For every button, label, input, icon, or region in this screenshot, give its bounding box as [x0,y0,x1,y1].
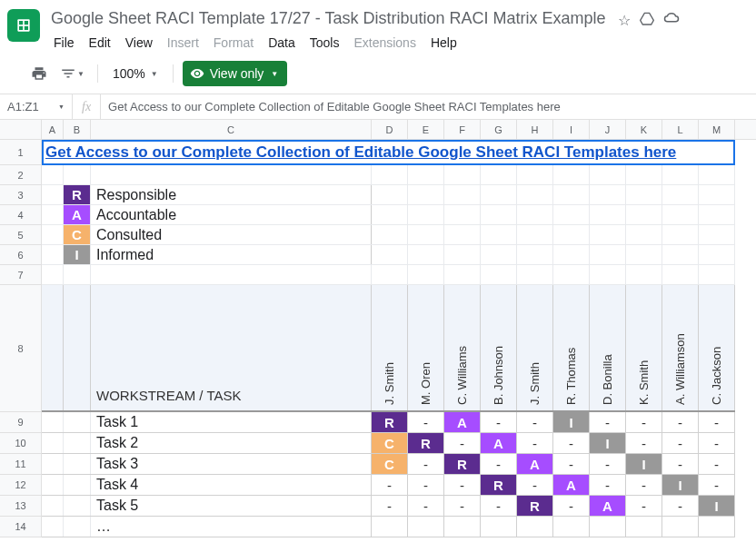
raci-cell[interactable]: - [408,475,444,495]
document-title[interactable]: Google Sheet RACI Template 17/27 - Task … [47,7,610,30]
raci-cell[interactable]: R [444,454,481,474]
raci-cell[interactable]: - [699,433,735,453]
zoom-dropdown[interactable]: 100% [107,64,164,83]
raci-cell[interactable]: I [662,475,699,495]
raci-cell[interactable]: - [626,475,662,495]
row-header[interactable]: 12 [0,475,41,496]
raci-cell[interactable]: - [626,412,662,432]
column-header[interactable]: F [444,120,481,139]
task-name[interactable]: Task 5 [91,496,372,516]
column-header[interactable]: K [626,120,662,139]
row-header[interactable]: 9 [0,412,41,433]
row-header[interactable]: 8 [0,285,41,412]
raci-cell[interactable]: - [517,433,553,453]
column-header[interactable]: A [42,120,64,139]
menu-help[interactable]: Help [424,32,463,54]
raci-cell[interactable] [626,517,662,537]
row-header[interactable]: 3 [0,185,41,205]
raci-cell[interactable]: I [699,496,735,516]
spreadsheet-grid[interactable]: ABCDEFGHIJKLM 1234567891011121314 Get Ac… [0,120,756,537]
raci-cell[interactable]: - [626,496,662,516]
raci-cell[interactable]: - [408,496,444,516]
raci-cell[interactable]: - [444,433,481,453]
menu-data[interactable]: Data [262,32,302,54]
row-header[interactable]: 1 [0,140,41,165]
legend-badge[interactable]: C [64,225,91,244]
row-header[interactable]: 4 [0,205,41,225]
raci-cell[interactable]: C [372,433,408,453]
raci-cell[interactable]: - [481,454,517,474]
raci-cell[interactable]: A [553,475,590,495]
raci-cell[interactable]: A [481,433,517,453]
raci-cell[interactable]: I [590,433,626,453]
print-icon[interactable] [27,62,51,85]
raci-cell[interactable]: C [372,454,408,474]
legend-label[interactable]: Responsible [91,185,372,204]
raci-cell[interactable] [553,517,590,537]
menu-tools[interactable]: Tools [303,32,346,54]
task-name[interactable]: … [91,517,372,537]
task-name[interactable]: Task 1 [91,412,372,432]
raci-cell[interactable]: - [517,412,553,432]
column-header[interactable]: B [64,120,91,139]
task-name[interactable]: Task 2 [91,433,372,453]
column-header[interactable]: I [553,120,590,139]
legend-badge[interactable]: A [64,205,91,224]
raci-cell[interactable]: - [444,496,481,516]
row-header[interactable]: 14 [0,517,41,537]
raci-cell[interactable]: - [553,433,590,453]
raci-cell[interactable]: - [372,475,408,495]
select-all-corner[interactable] [0,120,42,139]
column-header[interactable]: L [662,120,699,139]
row-header[interactable]: 7 [0,265,41,285]
row-header[interactable]: 5 [0,225,41,245]
task-name[interactable]: Task 4 [91,475,372,495]
column-header[interactable]: M [699,120,735,139]
raci-cell[interactable] [590,517,626,537]
raci-cell[interactable]: - [553,496,590,516]
row-header[interactable]: 10 [0,433,41,454]
raci-cell[interactable]: - [626,433,662,453]
raci-cell[interactable]: - [662,412,699,432]
raci-cell[interactable]: - [444,475,481,495]
raci-cell[interactable]: - [590,412,626,432]
raci-cell[interactable]: - [662,433,699,453]
column-header[interactable]: D [372,120,408,139]
raci-cell[interactable]: - [699,412,735,432]
raci-cell[interactable]: A [517,454,553,474]
raci-cell[interactable]: A [590,496,626,516]
raci-cell[interactable] [481,517,517,537]
legend-label[interactable]: Accountable [91,205,372,224]
view-only-button[interactable]: View only [183,61,288,86]
raci-cell[interactable] [372,517,408,537]
raci-cell[interactable]: - [590,454,626,474]
raci-cell[interactable]: - [481,412,517,432]
row-header[interactable]: 6 [0,245,41,265]
menu-file[interactable]: File [47,32,81,54]
legend-label[interactable]: Consulted [91,225,372,244]
raci-cell[interactable] [517,517,553,537]
menu-view[interactable]: View [119,32,159,54]
collection-link[interactable]: Get Access to our Complete Collection of… [42,143,676,162]
filter-icon[interactable]: ▼ [56,62,88,85]
raci-cell[interactable]: R [408,433,444,453]
name-box[interactable]: A1:Z1 [0,94,73,119]
raci-cell[interactable]: A [444,412,481,432]
column-header[interactable]: C [91,120,372,139]
cloud-icon[interactable] [663,12,680,30]
sheets-logo[interactable] [7,9,40,42]
raci-cell[interactable]: - [662,454,699,474]
raci-cell[interactable]: R [372,412,408,432]
raci-cell[interactable]: - [372,496,408,516]
raci-cell[interactable]: - [553,454,590,474]
legend-label[interactable]: Informed [91,245,372,264]
raci-cell[interactable]: I [553,412,590,432]
raci-cell[interactable]: - [408,454,444,474]
raci-cell[interactable]: - [699,454,735,474]
legend-badge[interactable]: R [64,185,91,204]
raci-cell[interactable]: R [517,496,553,516]
menu-edit[interactable]: Edit [83,32,117,54]
raci-cell[interactable]: - [517,475,553,495]
raci-cell[interactable]: - [662,496,699,516]
column-header[interactable]: E [408,120,444,139]
